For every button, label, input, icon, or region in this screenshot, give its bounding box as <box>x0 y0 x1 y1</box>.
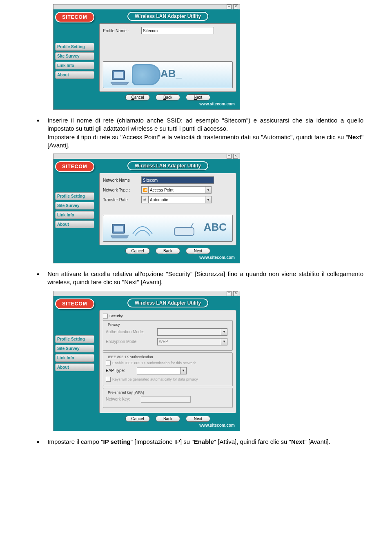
encryption-mode-value: WEP <box>158 339 221 344</box>
sidebar-item-link-info[interactable]: Link Info <box>55 354 94 362</box>
enable-8021x-checkbox <box>106 361 111 365</box>
privacy-fieldset: Privacy Authentication Mode: ▼ Encryptio… <box>103 320 233 351</box>
laptop-icon <box>110 70 129 85</box>
sidebar-item-about[interactable]: About <box>55 220 94 228</box>
network-name-label: Network Name <box>103 178 139 183</box>
network-key-label: Network Key: <box>106 397 138 401</box>
next-button[interactable]: Next <box>186 248 210 254</box>
instruction-bullet-1: • Inserire il nome di rete (chiamato anc… <box>37 116 363 149</box>
brand-logo: SITECOM <box>55 161 94 172</box>
bullet-1-bold: Next <box>348 134 361 140</box>
eap-type-select[interactable]: ▼ <box>137 367 187 374</box>
next-button[interactable]: Next <box>186 94 210 100</box>
bullet-1-text-a: Inserire il nome di rete (chiamato anche… <box>47 117 363 132</box>
bullet-icon: • <box>37 271 39 278</box>
enable-8021x-label: Enable IEEE 802.1X authentication for th… <box>112 361 196 365</box>
wizard-button-row: Cancel Back Next <box>99 94 236 100</box>
bullet-icon: • <box>37 117 39 125</box>
sidebar-item-site-survey[interactable]: Site Survey <box>55 345 94 352</box>
footer-url: www.sitecom.com <box>99 254 236 261</box>
privacy-legend: Privacy <box>107 323 121 327</box>
back-button[interactable]: Back <box>156 416 180 422</box>
utility-main-panel: Wireless LAN Adapter Utility Security Pr… <box>96 296 240 431</box>
bullet-3-d: Enable <box>194 438 214 445</box>
auth-mode-select: ▼ <box>157 328 227 336</box>
encryption-mode-select: WEP ▼ <box>157 338 227 345</box>
minimize-icon[interactable]: ━ <box>227 154 232 159</box>
encryption-mode-label: Encryption Mode: <box>106 339 155 344</box>
sidebar-item-site-survey[interactable]: Site Survey <box>55 202 94 209</box>
network-key-input <box>141 396 191 403</box>
minimize-icon[interactable]: ━ <box>227 291 232 296</box>
close-icon[interactable]: ✕ <box>233 154 238 159</box>
minimize-icon[interactable]: ━ <box>227 4 232 9</box>
close-icon[interactable]: ✕ <box>233 291 238 296</box>
svg-line-5 <box>191 223 193 227</box>
next-button[interactable]: Next <box>186 416 210 422</box>
cancel-button[interactable]: Cancel <box>125 94 150 100</box>
form-panel: Security Privacy Authentication Mode: ▼ <box>99 310 236 413</box>
sidebar-item-about[interactable]: About <box>55 363 94 371</box>
bullet-3-f: Next <box>291 438 305 445</box>
sidebar-item-link-info[interactable]: Link Info <box>55 62 94 69</box>
svg-rect-4 <box>174 227 194 236</box>
back-button[interactable]: Back <box>156 94 180 100</box>
bullet-2-text: Non attivare la casella relativa all'opz… <box>47 270 363 287</box>
sidebar-item-link-info[interactable]: Link Info <box>55 211 94 219</box>
sidebar-item-profile-setting[interactable]: Profile Setting <box>55 335 94 343</box>
sidebar-item-profile-setting[interactable]: Profile Setting <box>55 43 94 51</box>
utility-window: ━ ✕ SITECOM Profile Setting Site Survey … <box>53 154 240 263</box>
transfer-rate-select[interactable]: ⇄ Automatic ▼ <box>141 196 212 203</box>
sidebar-item-profile-setting[interactable]: Profile Setting <box>55 192 94 200</box>
window-titlebar: ━ ✕ <box>53 154 240 159</box>
form-panel: Profile Name : <box>99 23 236 92</box>
screenshot-3: ━ ✕ SITECOM Profile Setting Site Survey … <box>53 291 363 431</box>
router-icon <box>173 223 196 238</box>
utility-window: ━ ✕ SITECOM Profile Setting Site Survey … <box>53 4 240 110</box>
window-titlebar: ━ ✕ <box>53 291 240 296</box>
bullet-3-e: " [Attiva], quindi fare clic su " <box>214 438 291 445</box>
sidebar-item-about[interactable]: About <box>55 71 94 79</box>
profile-name-label: Profile Name : <box>103 29 139 33</box>
bullet-icon: • <box>37 439 39 446</box>
transfer-rate-label: Transfer Rate <box>103 198 139 202</box>
wizard-illustration: AB_ <box>103 61 233 88</box>
svg-rect-3 <box>114 226 123 232</box>
document-page: ━ ✕ SITECOM Profile Setting Site Survey … <box>0 4 392 457</box>
footer-url: www.sitecom.com <box>99 100 236 108</box>
cancel-button[interactable]: Cancel <box>125 248 150 254</box>
bullet-3-g: " [Avanti]. <box>304 438 330 445</box>
utility-window: ━ ✕ SITECOM Profile Setting Site Survey … <box>53 291 240 431</box>
chevron-down-icon: ▼ <box>180 368 186 374</box>
wizard-button-row: Cancel Back Next <box>99 416 236 422</box>
network-name-input[interactable] <box>141 176 214 184</box>
back-button[interactable]: Back <box>156 248 180 254</box>
brand-logo: SITECOM <box>55 12 94 22</box>
cancel-button[interactable]: Cancel <box>125 416 150 422</box>
keys-auto-checkbox <box>106 377 111 382</box>
utility-title: Wireless LAN Adapter Utility <box>127 298 208 307</box>
transfer-rate-value: Automatic <box>149 198 205 202</box>
sidebar-item-site-survey[interactable]: Site Survey <box>55 52 94 60</box>
hand-icon <box>132 64 160 85</box>
security-checkbox[interactable] <box>103 314 108 318</box>
wizard-button-row: Cancel Back Next <box>99 248 236 254</box>
security-checkbox-label: Security <box>109 314 123 318</box>
sidebar: SITECOM Profile Setting Site Survey Link… <box>53 296 96 431</box>
utility-title: Wireless LAN Adapter Utility <box>127 12 208 21</box>
svg-rect-1 <box>114 72 123 78</box>
sidebar: SITECOM Profile Setting Site Survey Link… <box>53 159 96 263</box>
close-icon[interactable]: ✕ <box>233 4 238 9</box>
screenshot-2: ━ ✕ SITECOM Profile Setting Site Survey … <box>53 154 363 263</box>
network-type-label: Network Type : <box>103 188 139 192</box>
profile-name-input[interactable] <box>141 27 214 34</box>
network-type-select[interactable]: 📶 Access Point ▼ <box>141 186 212 194</box>
bullet-3-c: " [Impostazione IP] su " <box>131 438 194 445</box>
form-panel: Network Name Network Type : 📶 Access Poi… <box>99 173 236 245</box>
utility-title: Wireless LAN Adapter Utility <box>127 161 208 170</box>
ieee-fieldset: IEEE 802.1X Authentication Enable IEEE 8… <box>103 352 233 386</box>
screenshot-1: ━ ✕ SITECOM Profile Setting Site Survey … <box>53 4 363 110</box>
instruction-bullet-3: • Impostare il campo "IP setting" [Impos… <box>37 438 363 446</box>
sidebar: SITECOM Profile Setting Site Survey Link… <box>53 9 96 109</box>
auth-mode-label: Authentication Mode: <box>106 330 155 334</box>
